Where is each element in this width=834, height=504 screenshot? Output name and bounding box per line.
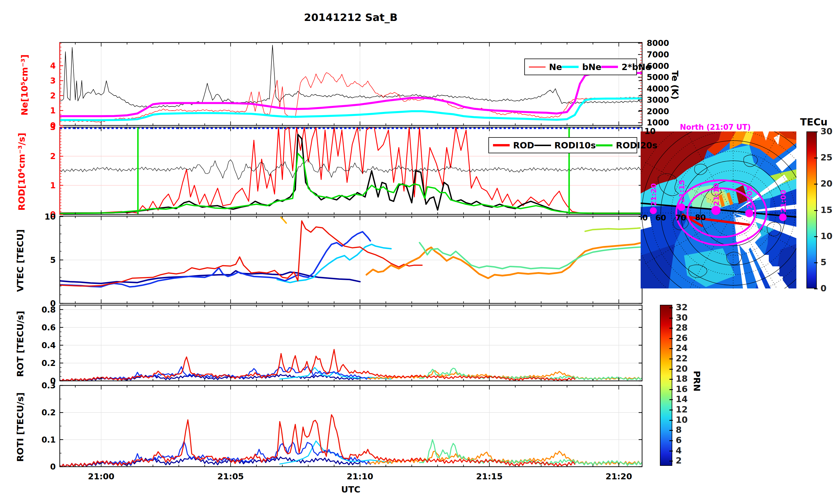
series-PRN-blue — [60, 232, 370, 287]
y-tick-label: 0.2 — [41, 359, 56, 368]
colorbar-tick — [814, 262, 818, 263]
colorbar-tick — [670, 359, 673, 359]
no-data-cell — [777, 276, 783, 281]
rod-right-axis-label: 10 — [644, 127, 656, 136]
colorbar-tick — [670, 451, 673, 452]
legend-line-rod — [493, 144, 510, 146]
tecu-tick-label: 25 — [820, 153, 833, 162]
prn-tick-label: 2 — [676, 456, 682, 465]
prn-tick-label: 30 — [676, 313, 688, 323]
map-title: North (21:07 UT) — [670, 123, 761, 132]
track-time-dot — [779, 213, 787, 221]
legend-item: ROD — [493, 140, 534, 151]
colorbar-tick — [670, 430, 673, 431]
ylabel-roti: ROTI [TECU/s] — [15, 387, 25, 467]
series-PRN-orange-hi — [281, 217, 286, 223]
colorbar-tick — [670, 461, 673, 461]
latitude-label: 60 — [655, 213, 666, 222]
tecu-tick-label: 20 — [820, 179, 833, 188]
legend-label: Ne — [549, 62, 562, 72]
te-tick-label: 4000 — [647, 84, 669, 94]
tecu-tick-label: 5 — [820, 257, 827, 267]
x-tick-label: 21:00 — [88, 472, 114, 481]
y-tick-label: 2 — [50, 91, 56, 100]
legend-rod: ROD RODI10s RODI20s — [488, 137, 637, 153]
latitude-label: 70 — [675, 213, 686, 222]
x-tick-label: 21:20 — [606, 472, 632, 481]
legend-label: bNe — [582, 62, 601, 72]
tecu-tick-label: 15 — [820, 205, 833, 215]
ylabel-vtec: VTEC [TECU] — [15, 223, 25, 298]
series-PRN-red — [60, 221, 422, 286]
colorbar-tick — [670, 369, 673, 370]
ylabel-ne: Ne[10⁵cm⁻³] — [19, 48, 29, 122]
colorbar-tick — [814, 184, 818, 185]
y-tick-label: 0 — [50, 462, 56, 472]
latitude-label: 50 — [641, 213, 648, 222]
y-tick-label: 0.3 — [41, 381, 56, 390]
panel-roti: 00.10.20.321:0021:0521:1021:1521:20 — [22, 372, 711, 500]
prn-tick-label: 22 — [676, 353, 688, 363]
colorbar-tick — [814, 132, 818, 132]
y-tick-label: 0.1 — [41, 435, 56, 444]
y-tick-label: 2 — [50, 152, 56, 161]
series-PRN-navy — [60, 457, 360, 467]
no-data-cell — [764, 255, 769, 264]
series-PRN-navy — [60, 271, 360, 283]
plot-area-p4 — [60, 305, 642, 381]
colorbar-tick — [814, 236, 818, 237]
legend-line-bne — [562, 66, 578, 68]
x-axis-label: UTC — [322, 484, 379, 495]
y-tick-label: 10 — [45, 212, 56, 222]
prn-tick-label: 20 — [676, 364, 688, 374]
series-PRN-ygreen — [585, 228, 642, 231]
series-black_thin — [60, 159, 642, 179]
plot-area-p3 — [60, 216, 642, 303]
series-PRN-red — [60, 415, 575, 467]
legend-line-rodi10s — [534, 145, 551, 146]
colorbar-tick — [670, 328, 673, 329]
prn-tick-label: 26 — [676, 333, 688, 343]
series-PRN-orange — [367, 243, 642, 278]
latitude-label: 80 — [695, 213, 706, 222]
ylabel-te: Te (K) — [670, 62, 680, 108]
prn-tick-label: 4 — [676, 445, 682, 456]
series-2*bNe — [60, 73, 642, 116]
legend-item: Ne — [529, 62, 562, 72]
prn-tick-label: 12 — [676, 405, 688, 414]
tecu-tick-label: 10 — [820, 231, 833, 241]
track-time-dot — [711, 206, 721, 215]
prn-colorbar-title: PRN — [692, 371, 702, 392]
y-tick-label: 0.8 — [41, 305, 56, 315]
legend-label: 2*bNe — [621, 62, 651, 72]
track-time-dot — [745, 209, 753, 217]
legend-ne: Ne bNe 2*bNe — [524, 59, 637, 75]
colorbar-tick — [670, 307, 673, 308]
figure: 20141212 Sat_B 0123410002000300040005000… — [0, 0, 834, 504]
tec-map: 21:2021:1521:1021:0521:0050607080 — [641, 132, 796, 289]
x-tick-label: 21:10 — [347, 472, 373, 481]
plot-area-p5 — [60, 386, 642, 467]
colorbar-tick — [670, 399, 673, 400]
x-tick-label: 21:05 — [217, 472, 244, 481]
colorbar-tick — [670, 379, 673, 380]
track-time-label: 21:10 — [712, 183, 721, 206]
tecu-colorbar-title: TECu — [800, 116, 828, 128]
colorbar-tick — [670, 318, 673, 319]
te-tick-label: 7000 — [647, 50, 669, 60]
legend-line-2bne — [601, 66, 618, 68]
ylabel-rot: ROT [TECU/s] — [15, 304, 25, 384]
te-tick-label: 3000 — [647, 95, 669, 105]
prn-tick-label: 28 — [676, 323, 688, 333]
legend-item: RODI20s — [596, 140, 657, 151]
y-tick-label: 5 — [50, 255, 56, 265]
prn-tick-label: 6 — [676, 435, 682, 445]
colorbar-tick — [670, 338, 673, 339]
y-tick-label: 3 — [50, 122, 56, 132]
track-time-label: 21:05 — [746, 186, 754, 209]
colorbar-tick — [670, 348, 673, 349]
legend-item: RODI10s — [534, 140, 596, 151]
track-time-label: 21:15 — [678, 180, 686, 203]
x-tick-label: 21:15 — [476, 472, 503, 481]
y-tick-label: 0.6 — [41, 323, 56, 333]
